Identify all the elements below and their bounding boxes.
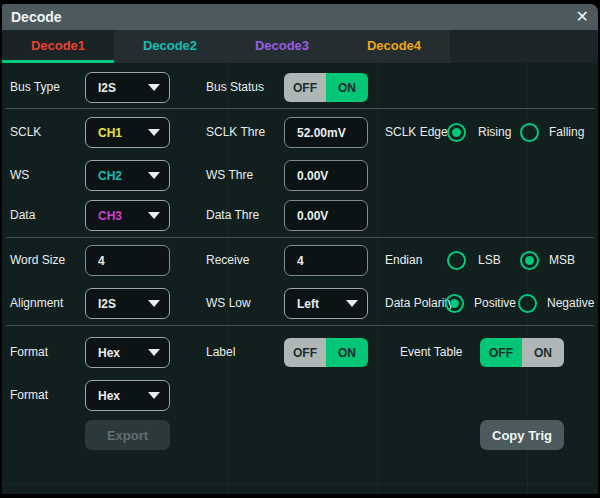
close-icon[interactable]: ✕ xyxy=(576,9,589,25)
tab-decode3[interactable]: Decode3 xyxy=(226,30,338,63)
divider xyxy=(6,108,594,109)
divider xyxy=(6,237,594,238)
graticule-line xyxy=(2,483,598,484)
format1-dropdown[interactable]: Hex xyxy=(85,337,170,368)
ws-source-dropdown[interactable]: CH2 xyxy=(85,160,170,191)
decode-dialog: Decode ✕ Decode1 Decode2 Decode3 Decode4… xyxy=(0,0,600,498)
polarity-negative-label: Negative xyxy=(547,288,594,319)
title-bar: Decode ✕ xyxy=(2,4,598,30)
sclk-edge-rising-radio[interactable] xyxy=(447,123,466,142)
data-thre-value: 0.00V xyxy=(297,209,328,223)
ws-thre-input[interactable]: 0.00V xyxy=(284,160,368,191)
sclk-thre-input[interactable]: 52.00mV xyxy=(284,117,368,148)
tab-bar: Decode1 Decode2 Decode3 Decode4 xyxy=(2,30,598,63)
bus-status-on[interactable]: ON xyxy=(326,73,368,102)
row-buttons: Export Copy Trig xyxy=(2,420,598,451)
chevron-down-icon xyxy=(148,349,160,356)
alignment-dropdown[interactable]: I2S xyxy=(85,288,170,319)
sclk-label: SCLK xyxy=(10,117,41,148)
polarity-positive-label: Positive xyxy=(474,288,516,319)
event-table-label: Event Table xyxy=(400,337,463,368)
endian-lsb-label: LSB xyxy=(478,245,501,276)
receive-label: Receive xyxy=(206,245,249,276)
format1-value: Hex xyxy=(98,346,120,360)
tab-decode1[interactable]: Decode1 xyxy=(2,30,114,63)
chevron-down-icon xyxy=(148,84,160,91)
row-bus: Bus Type I2S Bus Status OFF ON xyxy=(2,72,598,103)
word-size-input[interactable]: 4 xyxy=(85,245,170,276)
sclk-edge-label: SCLK Edge xyxy=(385,117,448,148)
row-wordsize: Word Size 4 Receive 4 Endian LSB MSB xyxy=(2,245,598,276)
data-source-dropdown[interactable]: CH3 xyxy=(85,200,170,231)
ws-thre-label: WS Thre xyxy=(206,160,253,191)
alignment-label: Alignment xyxy=(10,288,63,319)
chevron-down-icon xyxy=(148,129,160,136)
row-data: Data CH3 Data Thre 0.00V xyxy=(2,200,598,231)
sclk-edge-falling-radio[interactable] xyxy=(520,123,539,142)
bus-status-off[interactable]: OFF xyxy=(284,73,326,102)
format2-value: Hex xyxy=(98,389,120,403)
chevron-down-icon xyxy=(148,392,160,399)
word-size-value: 4 xyxy=(98,254,105,268)
bus-type-dropdown[interactable]: I2S xyxy=(85,72,170,103)
label-toggle[interactable]: OFF ON xyxy=(284,338,368,367)
label-on[interactable]: ON xyxy=(326,338,368,367)
tab-decode2[interactable]: Decode2 xyxy=(114,30,226,63)
row-sclk: SCLK CH1 SCLK Thre 52.00mV SCLK Edge Ris… xyxy=(2,117,598,148)
format2-label: Format xyxy=(10,380,48,411)
endian-label: Endian xyxy=(385,245,422,276)
alignment-value: I2S xyxy=(98,297,116,311)
tab-decode4[interactable]: Decode4 xyxy=(338,30,450,63)
label-toggle-label: Label xyxy=(206,337,235,368)
ws-low-label: WS Low xyxy=(206,288,251,319)
ws-source-value: CH2 xyxy=(98,169,122,183)
receive-input[interactable]: 4 xyxy=(284,245,368,276)
data-polarity-label: Data Polarity xyxy=(385,288,454,319)
export-button[interactable]: Export xyxy=(85,420,170,450)
event-table-off[interactable]: OFF xyxy=(480,338,522,367)
dialog-body: Bus Type I2S Bus Status OFF ON SCLK CH1 … xyxy=(2,63,598,494)
chevron-down-icon xyxy=(148,172,160,179)
page-title: Decode xyxy=(11,9,62,25)
bus-type-label: Bus Type xyxy=(10,72,60,103)
polarity-negative-radio[interactable] xyxy=(518,294,537,313)
data-thre-input[interactable]: 0.00V xyxy=(284,200,368,231)
row-alignment: Alignment I2S WS Low Left Data Polarity … xyxy=(2,288,598,319)
row-format2: Format Hex xyxy=(2,380,598,411)
endian-msb-label: MSB xyxy=(549,245,575,276)
row-ws: WS CH2 WS Thre 0.00V xyxy=(2,160,598,191)
copy-trig-button[interactable]: Copy Trig xyxy=(480,420,564,450)
chevron-down-icon xyxy=(148,212,160,219)
ws-thre-value: 0.00V xyxy=(297,169,328,183)
sclk-source-dropdown[interactable]: CH1 xyxy=(85,117,170,148)
polarity-positive-radio[interactable] xyxy=(445,294,464,313)
data-source-value: CH3 xyxy=(98,209,122,223)
bus-type-value: I2S xyxy=(98,81,116,95)
tab-bar-filler xyxy=(450,30,598,63)
event-table-on[interactable]: ON xyxy=(522,338,564,367)
row-format1: Format Hex Label OFF ON Event Table OFF … xyxy=(2,337,598,368)
sclk-thre-value: 52.00mV xyxy=(297,126,346,140)
chevron-down-icon xyxy=(346,300,358,307)
sclk-edge-rising-label: Rising xyxy=(478,117,511,148)
format1-label: Format xyxy=(10,337,48,368)
sclk-thre-label: SCLK Thre xyxy=(206,117,265,148)
receive-value: 4 xyxy=(297,254,304,268)
endian-msb-radio[interactable] xyxy=(520,251,539,270)
endian-lsb-radio[interactable] xyxy=(447,251,466,270)
ws-low-value: Left xyxy=(297,297,319,311)
chevron-down-icon xyxy=(148,300,160,307)
event-table-toggle[interactable]: OFF ON xyxy=(480,338,564,367)
bus-status-label: Bus Status xyxy=(206,72,264,103)
ws-low-dropdown[interactable]: Left xyxy=(284,288,368,319)
word-size-label: Word Size xyxy=(10,245,65,276)
data-thre-label: Data Thre xyxy=(206,200,259,231)
sclk-source-value: CH1 xyxy=(98,126,122,140)
format2-dropdown[interactable]: Hex xyxy=(85,380,170,411)
sclk-edge-falling-label: Falling xyxy=(549,117,584,148)
bus-status-toggle[interactable]: OFF ON xyxy=(284,73,368,102)
data-label: Data xyxy=(10,200,35,231)
ws-label: WS xyxy=(10,160,29,191)
divider xyxy=(6,325,594,326)
label-off[interactable]: OFF xyxy=(284,338,326,367)
